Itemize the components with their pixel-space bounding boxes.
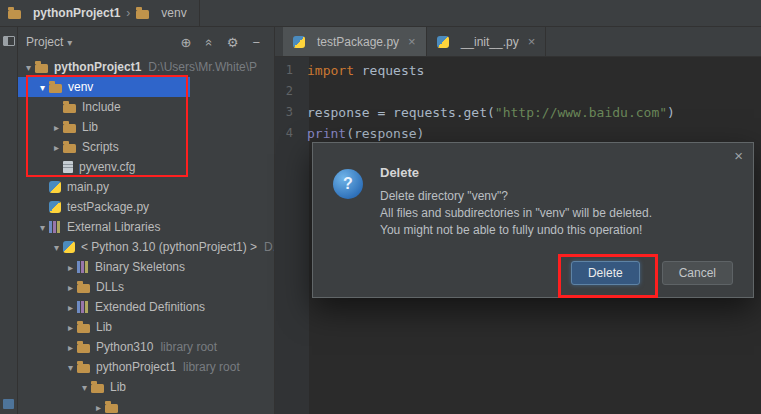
settings-gear-icon[interactable]: ⚙ [227,35,239,50]
tree-item-label: main.py [67,180,109,194]
tree-item-label: External Libraries [67,220,160,234]
code-line-text: print(response) [303,123,424,144]
tree-item-label: DLLs [96,280,124,294]
tree-item-label: Extended Definitions [95,300,205,314]
tree-item-label: Include [82,100,121,114]
close-icon[interactable]: × [734,148,743,163]
project-tree: ▾pythonProject1D:\Users\Mr.White\P▾venvI… [18,57,274,414]
pycharm-window: pythonProject1 › venv Project ▾ ⊕ « ⚙ − … [0,0,761,414]
tree-item-lib[interactable]: ▾Lib [18,377,274,397]
chevron-right-icon[interactable]: ▸ [64,322,77,333]
project-panel-title[interactable]: Project [26,35,63,49]
breadcrumb-project[interactable]: pythonProject1 [33,6,120,20]
dialog-title: Delete [380,165,652,180]
python-icon [63,241,75,253]
chevron-right-icon[interactable]: ▸ [64,282,77,293]
code-line[interactable]: 1import requests [275,60,761,81]
tree-item-pythonproject1[interactable]: ▾pythonProject1library root [18,357,274,377]
code-line[interactable]: 2 [275,81,761,102]
chevron-down-icon[interactable]: ▾ [67,37,72,48]
tree-item-extended-definitions[interactable]: ▸Extended Definitions [18,297,274,317]
tree-item-partial[interactable]: ▸ [18,397,274,414]
tree-item-testpackage-py[interactable]: testPackage.py [18,197,274,217]
tree-item-main-py[interactable]: main.py [18,177,274,197]
cfg-file-icon [63,161,73,173]
code-line[interactable]: 3response = requests.get("http://www.bai… [275,102,761,123]
tree-item-scripts[interactable]: ▸Scripts [18,137,274,157]
tab-label: __init__.py [461,35,519,49]
python-file-icon [293,36,305,48]
folder-icon [77,324,90,333]
navigation-bar: pythonProject1 › venv [0,0,761,27]
tab-init-py[interactable]: __init__.py × [427,27,547,56]
editor-tab-bar: testPackage.py × __init__.py × [275,27,761,57]
folder-icon [105,404,118,413]
folder-icon [49,84,62,93]
dialog-message-line: All files and subdirectories in "venv" w… [380,205,652,222]
bottom-tool-window-icon[interactable] [3,399,14,409]
tree-item-label: Binary Skeletons [95,260,185,274]
tree-item-python310[interactable]: ▸Python310library root [18,337,274,357]
chevron-down-icon[interactable]: ▾ [22,62,35,73]
delete-dialog: × ? Delete Delete directory "venv"? All … [312,142,754,298]
close-icon[interactable]: × [408,34,416,49]
chevron-right-icon[interactable]: ▸ [50,142,63,153]
tree-item-label: pythonProject1 [96,360,176,374]
line-number: 1 [275,60,303,81]
tree-item-lib[interactable]: ▸Lib [18,117,274,137]
chevron-down-icon[interactable]: ▾ [78,382,91,393]
chevron-right-icon[interactable]: ▸ [64,262,77,273]
breadcrumb-venv[interactable]: venv [161,6,186,20]
tree-item-binary-skeletons[interactable]: ▸Binary Skeletons [18,257,274,277]
code-line[interactable]: 4print(response) [275,123,761,144]
folder-icon [63,104,76,113]
chevron-down-icon[interactable]: ▾ [36,222,49,233]
code-area: 1import requests23response = requests.ge… [275,60,761,144]
project-panel-header: Project ▾ ⊕ « ⚙ − [18,27,274,57]
tab-testpackage-py[interactable]: testPackage.py × [283,27,427,56]
tree-item-suffix: D... [264,240,274,254]
chevron-down-icon[interactable]: ▾ [50,242,63,253]
collapse-all-icon[interactable]: « [202,38,217,45]
navbar-divider [199,0,200,27]
tree-item-pythonproject1[interactable]: ▾pythonProject1D:\Users\Mr.White\P [18,57,274,77]
tree-item-pyvenv-cfg[interactable]: pyvenv.cfg [18,157,274,177]
tree-item-external-libraries[interactable]: ▾External Libraries [18,217,274,237]
folder-icon [77,344,90,353]
code-line-text: import requests [303,60,424,81]
folder-icon [63,124,76,133]
tree-item-label: pythonProject1 [54,60,141,74]
hide-icon[interactable]: − [252,35,260,50]
tree-item-dlls[interactable]: ▸DLLs [18,277,274,297]
project-folder-icon [8,10,21,19]
cancel-button[interactable]: Cancel [662,261,733,285]
chevron-right-icon[interactable]: ▸ [64,302,77,313]
tree-item-python-3-10-pythonproject1[interactable]: ▾< Python 3.10 (pythonProject1) >D... [18,237,274,257]
python-file-icon [49,181,61,193]
chevron-down-icon[interactable]: ▾ [64,362,77,373]
venv-folder-icon [136,10,149,19]
python-file-icon [437,36,449,48]
delete-button[interactable]: Delete [571,261,640,285]
chevron-down-icon[interactable]: ▾ [36,82,49,93]
close-icon[interactable]: × [528,34,536,49]
folder-icon [77,364,90,373]
tree-item-venv[interactable]: ▾venv [18,77,190,97]
tree-item-lib[interactable]: ▸Lib [18,317,274,337]
tree-item-include[interactable]: Include [18,97,274,117]
chevron-right-icon[interactable]: ▸ [64,342,77,353]
project-tool-window-icon[interactable] [3,36,15,46]
breadcrumb-separator-icon: › [126,6,130,20]
folder-icon [35,64,48,73]
library-icon [77,301,89,313]
tree-item-label: Scripts [82,140,119,154]
chevron-right-icon[interactable]: ▸ [50,122,63,133]
tree-item-label: < Python 3.10 (pythonProject1) > [81,240,257,254]
tree-item-label: pyvenv.cfg [79,160,135,174]
chevron-right-icon[interactable]: ▸ [92,402,105,413]
library-icon [77,261,89,273]
locate-icon[interactable]: ⊕ [181,35,192,50]
tree-item-label: testPackage.py [67,200,149,214]
library-icon [49,221,61,233]
tree-item-label: venv [68,80,93,94]
